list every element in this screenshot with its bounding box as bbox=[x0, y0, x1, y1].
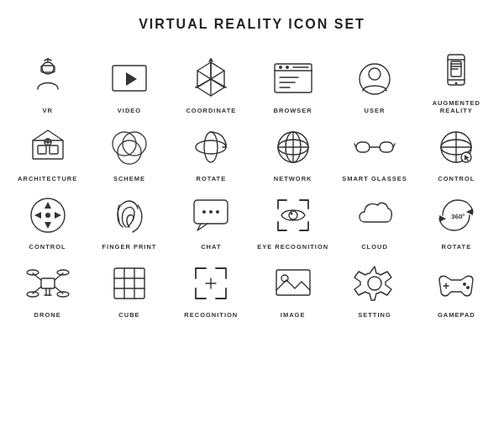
user-label: USER bbox=[365, 107, 386, 114]
svg-point-103 bbox=[463, 283, 466, 286]
control2-label: CONTROL bbox=[29, 243, 66, 251]
icon-cell-user: USER bbox=[335, 47, 413, 114]
browser-label: BROWSER bbox=[274, 107, 312, 114]
icon-cell-finger-print: FINGER PRINT bbox=[90, 191, 168, 251]
control-label: CONTROL bbox=[438, 175, 475, 182]
augmented-reality-icon bbox=[432, 47, 480, 96]
icon-cell-control2: CONTROL bbox=[8, 191, 87, 251]
svg-marker-66 bbox=[45, 222, 51, 229]
coordinate-icon bbox=[186, 55, 235, 103]
recognition-label: RECOGNITION bbox=[184, 311, 238, 319]
svg-marker-68 bbox=[55, 212, 61, 219]
icon-cell-network: NETWORK bbox=[254, 123, 332, 182]
eye-recognition-icon bbox=[269, 191, 318, 240]
icon-cell-browser: BROWSER bbox=[254, 47, 332, 114]
svg-point-21 bbox=[286, 66, 289, 69]
svg-point-27 bbox=[369, 68, 381, 80]
svg-point-20 bbox=[279, 66, 282, 69]
smart-glasses-icon bbox=[350, 123, 399, 172]
svg-point-71 bbox=[202, 210, 206, 214]
svg-line-58 bbox=[393, 144, 395, 147]
svg-marker-76 bbox=[466, 209, 473, 215]
augmented-reality-label: AUGMENTED REALITY bbox=[417, 99, 496, 114]
svg-point-69 bbox=[45, 213, 50, 218]
svg-point-46 bbox=[204, 132, 218, 162]
gamepad-label: GAMEPAD bbox=[438, 311, 475, 319]
icon-cell-gamepad: GAMEPAD bbox=[417, 259, 496, 319]
scheme-label: SCHEME bbox=[113, 175, 145, 182]
svg-line-57 bbox=[354, 144, 356, 147]
cloud-label: CLOUD bbox=[361, 243, 388, 251]
svg-point-86 bbox=[27, 292, 39, 297]
icon-cell-chat: CHAT bbox=[172, 191, 250, 251]
eye-recognition-label: EYE RECOGNITION bbox=[257, 243, 328, 251]
svg-point-73 bbox=[216, 210, 219, 214]
cube-label: CUBE bbox=[118, 311, 139, 319]
svg-rect-38 bbox=[50, 145, 58, 154]
svg-marker-67 bbox=[34, 212, 41, 219]
svg-point-84 bbox=[27, 270, 39, 275]
vr-label: VR bbox=[42, 107, 52, 114]
svg-rect-37 bbox=[38, 145, 46, 154]
architecture-icon bbox=[24, 123, 72, 172]
control2-icon bbox=[24, 191, 72, 240]
svg-point-85 bbox=[57, 270, 69, 275]
finger-print-icon bbox=[105, 191, 154, 240]
svg-point-44 bbox=[118, 140, 141, 164]
svg-rect-91 bbox=[114, 268, 144, 299]
icon-cell-rotate: ROTATE bbox=[172, 123, 250, 182]
svg-point-35 bbox=[455, 82, 458, 85]
rotate-icon bbox=[186, 123, 235, 172]
icon-cell-scheme: SCHEME bbox=[90, 123, 168, 182]
icon-cell-smart-glasses: SMART GLASSES bbox=[335, 123, 413, 182]
video-icon bbox=[105, 55, 154, 103]
svg-point-43 bbox=[123, 132, 146, 156]
icon-cell-cube: CUBE bbox=[90, 259, 168, 319]
icon-cell-recognition: RECOGNITION bbox=[172, 259, 250, 319]
svg-point-87 bbox=[57, 292, 69, 297]
svg-point-72 bbox=[209, 210, 213, 214]
setting-label: SETTING bbox=[358, 311, 391, 319]
svg-rect-79 bbox=[41, 278, 55, 288]
rotate-label: ROTATE bbox=[196, 175, 226, 182]
svg-marker-77 bbox=[439, 215, 446, 222]
network-label: NETWORK bbox=[274, 175, 312, 182]
icon-cell-vr: VR bbox=[8, 47, 87, 114]
svg-point-42 bbox=[113, 132, 136, 156]
icon-cell-setting: SETTING bbox=[335, 259, 413, 319]
drone-icon bbox=[24, 259, 72, 308]
cube-icon bbox=[105, 259, 154, 308]
svg-point-100 bbox=[368, 277, 381, 290]
icon-cell-drone: DRONE bbox=[8, 259, 87, 319]
svg-rect-55 bbox=[380, 142, 393, 152]
coordinate-label: COORDINATE bbox=[186, 107, 236, 114]
svg-point-104 bbox=[466, 286, 470, 289]
setting-icon bbox=[350, 259, 399, 308]
svg-text:360°: 360° bbox=[451, 213, 465, 220]
svg-point-75 bbox=[290, 213, 292, 215]
chat-label: CHAT bbox=[201, 243, 221, 251]
svg-point-45 bbox=[196, 140, 226, 154]
control-icon bbox=[432, 123, 480, 172]
vr-icon bbox=[24, 55, 72, 103]
network-icon bbox=[269, 123, 318, 172]
icon-cell-coordinate: COORDINATE bbox=[172, 47, 250, 114]
icon-cell-eye-recognition: EYE RECOGNITION bbox=[254, 191, 332, 251]
smart-glasses-label: SMART GLASSES bbox=[342, 175, 407, 182]
rotate2-label: ROTATE bbox=[441, 243, 471, 251]
svg-rect-98 bbox=[276, 270, 310, 295]
icon-cell-video: VIDEO bbox=[90, 47, 168, 114]
svg-point-74 bbox=[289, 211, 297, 219]
svg-marker-6 bbox=[126, 72, 137, 86]
drone-label: DRONE bbox=[34, 311, 61, 319]
icon-cell-rotate2: 360° ROTATE bbox=[417, 191, 496, 251]
image-icon bbox=[269, 259, 318, 308]
icon-cell-architecture: ARCHITECTURE bbox=[8, 123, 87, 182]
video-label: VIDEO bbox=[118, 107, 141, 114]
svg-marker-65 bbox=[45, 202, 51, 209]
browser-icon bbox=[269, 55, 318, 103]
image-label: IMAGE bbox=[281, 311, 306, 319]
icon-cell-control: CONTROL bbox=[417, 123, 496, 182]
icon-cell-image: IMAGE bbox=[254, 259, 332, 319]
architecture-label: ARCHITECTURE bbox=[18, 175, 77, 182]
